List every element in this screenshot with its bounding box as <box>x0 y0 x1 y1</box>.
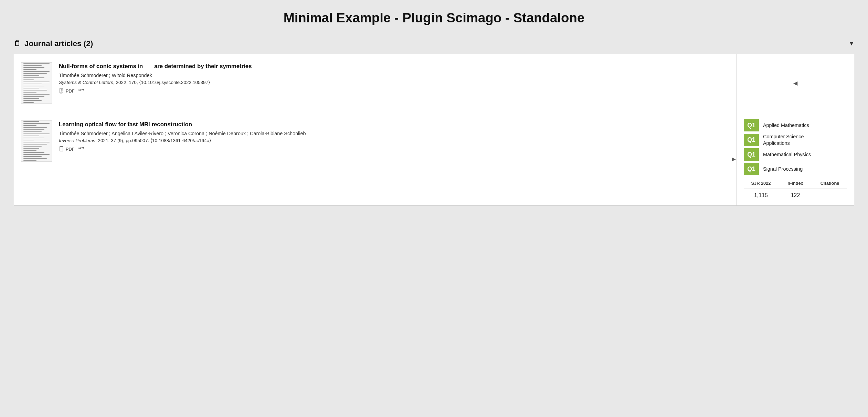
q-badge-3: Q1 <box>744 148 759 161</box>
q-row-4: Q1 Signal Processing <box>744 163 847 175</box>
article-thumbnail-2 <box>21 120 52 162</box>
q-badge-1: Q1 <box>744 119 759 131</box>
article-main: Null-forms of conic systems in are deter… <box>14 54 737 112</box>
citations-value <box>813 192 847 199</box>
cite-button-2[interactable]: ❝❞ <box>78 146 84 152</box>
article-main-2: Learning optical flow for fast MRI recon… <box>14 112 737 205</box>
pdf-button[interactable]: PDF PDF <box>59 88 75 94</box>
article-actions: PDF PDF ❝❞ <box>59 88 730 94</box>
stats-values: 1,115 122 <box>744 189 847 199</box>
pdf-button-2[interactable]: PDF <box>59 146 75 152</box>
table-row: Null-forms of conic systems in are deter… <box>14 54 854 112</box>
scimago-stats: SJR 2022 h-index Citations 1,115 122 <box>744 181 847 199</box>
collapse-button[interactable]: ▼ <box>849 41 854 47</box>
page-title: Minimal Example - Plugin Scimago - Stand… <box>14 10 854 25</box>
q-label-3: Mathematical Physics <box>763 151 811 158</box>
section-title: 🗒 Journal articles (2) <box>14 39 93 48</box>
empty-scimago: ◀ <box>737 54 854 112</box>
article-thumbnail <box>21 62 52 104</box>
q-row-2: Q1 Computer ScienceApplications <box>744 133 847 146</box>
articles-container: Null-forms of conic systems in are deter… <box>14 54 854 206</box>
expand-arrow-1[interactable]: ◀ <box>793 80 797 86</box>
q-label-4: Signal Processing <box>763 166 803 172</box>
section-title-label: Journal articles (2) <box>24 39 93 48</box>
expand-arrow-2[interactable]: ▶ <box>732 156 736 162</box>
stats-header: SJR 2022 h-index Citations <box>744 181 847 189</box>
article-content-2: Learning optical flow for fast MRI recon… <box>59 120 730 152</box>
article-title-2: Learning optical flow for fast MRI recon… <box>59 120 730 129</box>
hindex-label: h-index <box>778 181 813 186</box>
svg-text:PDF: PDF <box>60 93 63 94</box>
q-ratings: Q1 Applied Mathematics Q1 Computer Scien… <box>744 119 847 175</box>
sjr-label: SJR 2022 <box>744 181 778 186</box>
sjr-value: 1,115 <box>744 192 778 199</box>
q-badge-2: Q1 <box>744 134 759 146</box>
article-scimago: ▶ Q1 Applied Mathematics Q1 Computer Sci… <box>737 112 854 205</box>
q-row-3: Q1 Mathematical Physics <box>744 148 847 161</box>
article-journal: Systems & Control Letters, 2022, 170, ⟨1… <box>59 79 730 85</box>
citations-label: Citations <box>813 181 847 186</box>
q-row-1: Q1 Applied Mathematics <box>744 119 847 131</box>
q-badge-4: Q1 <box>744 163 759 175</box>
q-label-1: Applied Mathematics <box>763 122 809 129</box>
q-label-2: Computer ScienceApplications <box>763 133 804 146</box>
section-icon: 🗒 <box>14 40 21 48</box>
article-authors-2: Timothée Schmoderer ; Angelica I Aviles-… <box>59 131 730 136</box>
table-row: Learning optical flow for fast MRI recon… <box>14 112 854 205</box>
article-title: Null-forms of conic systems in are deter… <box>59 62 730 71</box>
hindex-value: 122 <box>778 192 813 199</box>
section-header: 🗒 Journal articles (2) ▼ <box>14 39 854 48</box>
cite-button[interactable]: ❝❞ <box>78 88 84 94</box>
article-authors: Timothée Schmoderer ; Witold Respondek <box>59 73 730 78</box>
article-actions-2: PDF ❝❞ <box>59 146 730 152</box>
article-content: Null-forms of conic systems in are deter… <box>59 62 730 94</box>
article-journal-2: Inverse Problems, 2021, 37 (9), pp.09500… <box>59 138 730 143</box>
svg-rect-2 <box>60 147 63 151</box>
